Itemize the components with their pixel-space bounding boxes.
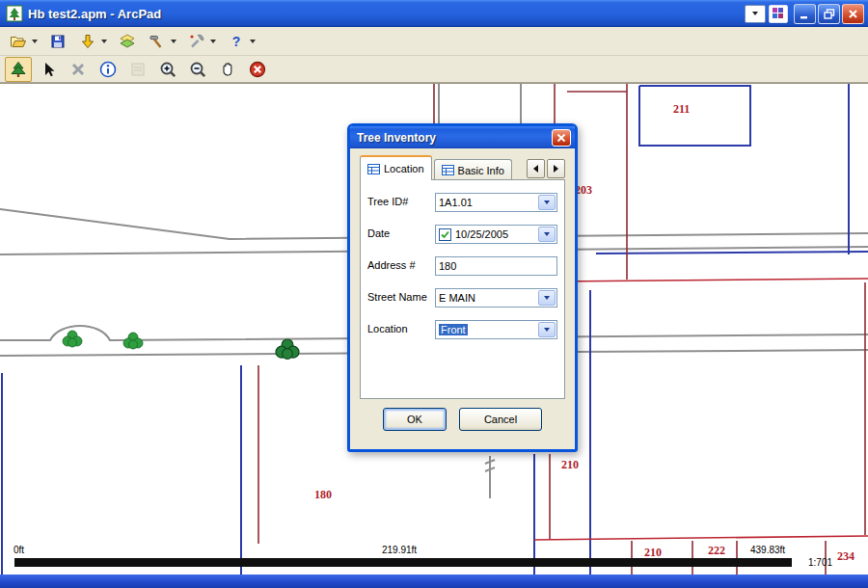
tab-basic-info[interactable]: Basic Info bbox=[434, 159, 512, 180]
zoom-in-button[interactable] bbox=[154, 57, 181, 82]
field-value-selected: Front bbox=[439, 324, 468, 335]
field-label: Address # bbox=[367, 256, 435, 272]
parcel-label: 211 bbox=[673, 102, 690, 117]
pan-button[interactable] bbox=[214, 57, 241, 82]
scalebar-start-label: 0ft bbox=[14, 545, 24, 555]
field-value: E MAIN bbox=[439, 292, 475, 304]
minimize-button[interactable] bbox=[794, 4, 816, 24]
location-combo[interactable]: Front bbox=[435, 320, 557, 339]
identify-button[interactable] bbox=[95, 57, 122, 82]
add-data-icon bbox=[79, 33, 96, 50]
chevron-right-icon bbox=[554, 165, 558, 173]
tools-button[interactable] bbox=[144, 29, 171, 54]
taskbar-strip bbox=[0, 575, 868, 588]
field-value: 1A1.01 bbox=[439, 197, 473, 208]
tab-scroll-left-button[interactable] bbox=[527, 159, 545, 178]
dropdown-arrow-icon[interactable] bbox=[250, 40, 256, 43]
field-label: Tree ID# bbox=[367, 193, 435, 208]
street-name-combo[interactable]: E MAIN bbox=[435, 288, 557, 307]
dialog-button-row: OK Cancel bbox=[360, 408, 565, 431]
cancel-button[interactable]: Cancel bbox=[459, 408, 542, 431]
wrench-icon bbox=[188, 33, 205, 50]
layers-icon bbox=[119, 33, 136, 50]
edit-toolbar bbox=[0, 56, 868, 83]
tab-scroll-controls bbox=[527, 159, 565, 180]
grid-icon bbox=[773, 8, 784, 19]
dropdown-arrow-icon[interactable] bbox=[101, 40, 107, 43]
titlebar-dropdown[interactable] bbox=[745, 5, 766, 23]
tab-location[interactable]: Location bbox=[360, 155, 432, 180]
folder-open-icon bbox=[10, 33, 27, 50]
date-combo[interactable]: 10/25/2005 bbox=[435, 225, 557, 244]
select-button[interactable] bbox=[35, 57, 62, 82]
field-row: Address # 180 bbox=[367, 256, 557, 276]
scalebar-end-label: 439.83ft bbox=[750, 545, 785, 555]
scalebar-middle-label: 219.91ft bbox=[382, 545, 417, 555]
chevron-down-icon bbox=[752, 12, 758, 15]
restore-icon bbox=[824, 9, 835, 19]
tree-id-combo[interactable]: 1A1.01 bbox=[435, 193, 557, 212]
close-icon bbox=[556, 133, 566, 143]
parcel-label: 234 bbox=[837, 549, 854, 564]
restore-button[interactable] bbox=[818, 4, 840, 24]
field-value: 180 bbox=[439, 260, 456, 272]
tree-tool-button[interactable] bbox=[5, 57, 32, 82]
ok-button[interactable]: OK bbox=[383, 408, 447, 431]
dropdown-arrow-icon[interactable] bbox=[210, 40, 216, 43]
field-row: Tree ID# 1A1.01 bbox=[367, 193, 557, 212]
field-row: Street Name E MAIN bbox=[367, 288, 557, 307]
arcpad-window: Hb test2.apm - ArcPad bbox=[0, 0, 868, 588]
combo-dropdown-button[interactable] bbox=[538, 290, 556, 306]
combo-dropdown-button[interactable] bbox=[538, 195, 556, 210]
zoom-out-button[interactable] bbox=[184, 57, 211, 82]
dialog-title: Tree Inventory bbox=[357, 131, 552, 145]
app-icon bbox=[6, 5, 23, 22]
cancel-icon bbox=[249, 61, 266, 78]
tab-label: Location bbox=[384, 163, 424, 174]
form-icon bbox=[442, 165, 454, 175]
field-label: Date bbox=[367, 225, 435, 240]
add-data-button[interactable] bbox=[74, 29, 101, 54]
address-input[interactable]: 180 bbox=[435, 256, 557, 276]
title-bar[interactable]: Hb test2.apm - ArcPad bbox=[0, 0, 868, 27]
tree-inventory-dialog: Tree Inventory Location bbox=[347, 123, 578, 452]
tab-scroll-right-button[interactable] bbox=[547, 159, 565, 178]
tab-strip: Location Basic Info bbox=[360, 156, 565, 180]
options-button[interactable] bbox=[183, 29, 210, 54]
pointer-icon bbox=[40, 61, 57, 78]
field-row: Location Front bbox=[367, 320, 557, 339]
window-title: Hb test2.apm - ArcPad bbox=[28, 7, 745, 21]
tree-feature[interactable] bbox=[123, 333, 143, 349]
form-icon bbox=[367, 164, 380, 174]
tree-feature[interactable] bbox=[63, 331, 82, 347]
properties-icon bbox=[129, 61, 147, 78]
info-icon bbox=[99, 61, 117, 78]
zoom-out-icon bbox=[189, 61, 206, 78]
save-button[interactable] bbox=[44, 29, 71, 54]
chevron-down-icon bbox=[544, 328, 550, 332]
close-icon bbox=[848, 9, 858, 19]
date-checkbox[interactable] bbox=[439, 228, 451, 241]
dropdown-arrow-icon[interactable] bbox=[32, 40, 38, 43]
properties-button[interactable] bbox=[124, 57, 151, 82]
layers-button[interactable] bbox=[114, 29, 141, 54]
delete-button[interactable] bbox=[65, 57, 92, 82]
hand-icon bbox=[219, 61, 236, 78]
combo-dropdown-button[interactable] bbox=[538, 227, 556, 242]
help-button[interactable]: ? bbox=[223, 29, 250, 54]
app-grid-icon[interactable] bbox=[769, 5, 788, 23]
dialog-close-button[interactable] bbox=[552, 129, 571, 147]
dialog-title-bar[interactable]: Tree Inventory bbox=[350, 126, 575, 148]
cancel-edit-button[interactable] bbox=[244, 57, 271, 82]
standard-toolbar: ? bbox=[0, 27, 868, 56]
tree-feature-selected[interactable] bbox=[276, 339, 299, 359]
dropdown-arrow-icon[interactable] bbox=[171, 40, 176, 43]
parcel-label: 180 bbox=[314, 488, 332, 502]
scale-bar bbox=[14, 558, 792, 567]
svg-text:?: ? bbox=[232, 34, 241, 49]
combo-dropdown-button[interactable] bbox=[538, 322, 556, 337]
close-button[interactable] bbox=[842, 4, 864, 24]
zoom-in-icon bbox=[159, 61, 176, 78]
parcel-label: 210 bbox=[561, 458, 579, 472]
open-button[interactable] bbox=[5, 29, 32, 54]
